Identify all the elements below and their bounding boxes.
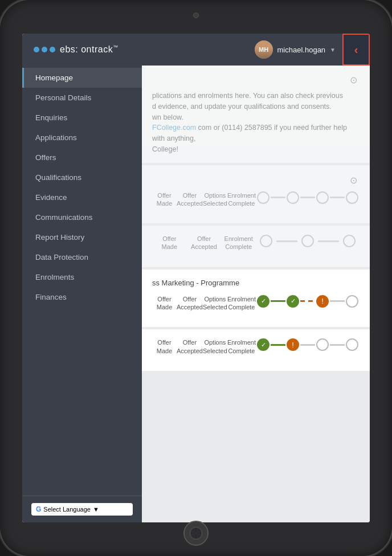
stage-label-1-3: OptionsSelected [203,191,227,208]
stage-circle-4-3 [316,338,329,351]
stage-circle-4-2: ! [287,338,299,351]
connector-1-3 [330,197,345,198]
sidebar-item-homepage[interactable]: Homepage [22,68,142,88]
progress-section-1: ⊙ OfferMade OfferAccepted OptionsSelecte… [142,165,370,224]
sidebar-item-enrolments-label: Enrolments [35,273,74,281]
sidebar-item-applications[interactable]: Applications [22,128,142,148]
user-menu-chevron[interactable]: ▼ [330,47,336,53]
sidebar-item-evidence[interactable]: Evidence [22,187,142,207]
progress-circles-4: ✓ ! [256,338,360,351]
stage-label-1-2: OfferAccepted [177,191,203,208]
connector-3-1 [271,300,285,302]
sidebar-nav: Homepage Personal Details Enquiries Appl… [22,66,142,307]
progress-stages-2: OfferMade OfferAccepted EnrolmentComplet… [152,235,360,256]
sidebar-item-finances-label: Finances [35,293,67,301]
sidebar-item-homepage-label: Homepage [35,73,73,82]
google-translate-widget[interactable]: G Select Language ▼ [31,503,133,516]
stage-circle-3-3: ! [316,295,329,308]
stage-circle-3-4 [346,295,358,308]
stage-label-4-3: OptionsSelected [203,338,227,355]
progress-circles-3: ✓ ✓ ! [256,295,360,308]
user-info[interactable]: MH michael.hogan ▼ [248,40,342,59]
connector-2-1 [276,240,297,242]
username-label: michael.hogan [277,46,326,54]
stage-circle-3-1: ✓ [257,295,270,308]
welcome-line5: College! [152,145,178,153]
app-logo-text: ebs: ontrack™ [60,44,119,55]
welcome-link[interactable]: FCollege.com [152,124,196,132]
translate-label: Select Language [43,506,91,513]
stage-circle-1-2 [287,191,299,204]
main-content[interactable]: ⊙ plications and enrolments here. You ca… [142,66,370,522]
tablet-camera [193,13,199,18]
google-g-icon: G [36,505,41,513]
sidebar-item-applications-label: Applications [35,133,77,142]
stage-label-1-1: OfferMade [152,191,177,208]
sidebar-item-report-history[interactable]: Report History [22,227,142,247]
sidebar-item-data-protection[interactable]: Data Protection [22,247,142,267]
translate-chevron: ▼ [93,506,99,513]
stage-label-2-2: OfferAccepted [187,235,222,251]
stage-label-3-1: OfferMade [152,295,177,312]
connector-1-1 [271,197,285,198]
tablet-home-inner [190,527,202,539]
stage-label-4-1: OfferMade [152,338,177,355]
stage-label-3-3: OptionsSelected [203,295,227,312]
welcome-line3: wn below. [152,113,183,121]
stage-label-3-4: EnrolmentComplete [227,295,256,312]
welcome-text: plications and enrolments here. You can … [152,91,360,155]
sidebar-item-offers[interactable]: Offers [22,148,142,167]
progress-section-2: OfferMade OfferAccepted EnrolmentComplet… [142,226,370,267]
sidebar-item-enquiries[interactable]: Enquiries [22,108,142,128]
stage-circle-1-1 [257,191,270,204]
welcome-line1: plications and enrolments here. You can … [152,92,343,100]
sidebar-item-enquiries-label: Enquiries [35,113,67,122]
sidebar-item-qualifications[interactable]: Qualifications [22,167,142,187]
progress-section-1-collapse[interactable]: ⊙ [347,174,360,187]
sidebar-item-enrolments[interactable]: Enrolments [22,267,142,287]
sidebar-item-offers-label: Offers [35,153,56,162]
welcome-section: ⊙ plications and enrolments here. You ca… [142,66,370,163]
avatar-image: MH [255,40,273,59]
logo-dot-1 [34,47,39,52]
sidebar-item-data-protection-label: Data Protection [35,253,88,261]
sidebar: Homepage Personal Details Enquiries Appl… [22,66,142,522]
header-logo-area: ebs: ontrack™ [22,44,119,55]
sidebar-item-finances[interactable]: Finances [22,287,142,307]
progress-stages-1: OfferMade OfferAccepted OptionsSelected … [152,191,360,212]
progress-circles-1 [256,191,360,204]
logo-dot-2 [42,47,47,52]
stage-circle-4-4 [346,338,358,351]
app-header: ebs: ontrack™ MH michael.hogan ▼ ‹ [22,34,370,66]
progress-section-1-header: ⊙ [152,174,360,187]
stage-circle-4-1: ✓ [257,338,270,351]
sidebar-item-qualifications-label: Qualifications [35,173,81,182]
stage-circle-1-3 [316,191,329,204]
stage-label-4-2: OfferAccepted [177,338,203,355]
main-area: Homepage Personal Details Enquiries Appl… [22,66,370,522]
sidebar-item-personal-details[interactable]: Personal Details [22,88,142,108]
screen: ebs: ontrack™ MH michael.hogan ▼ ‹ [22,34,370,522]
stage-label-3-2: OfferAccepted [177,295,203,312]
progress-circles-2 [256,235,360,247]
back-button[interactable]: ‹ [342,34,370,66]
tablet-frame: ebs: ontrack™ MH michael.hogan ▼ ‹ [0,0,392,556]
connector-4-4 [330,344,345,346]
logo-dots [34,47,55,52]
back-arrow-icon: ‹ [354,43,358,56]
sidebar-item-communications[interactable]: Communications [22,207,142,227]
stage-label-2-1: OfferMade [152,235,187,251]
sidebar-item-evidence-label: Evidence [35,193,67,202]
welcome-line2: d evidence, and update your qualificatio… [152,103,332,111]
progress-stages-4: OfferMade OfferAccepted OptionsSelected … [152,338,360,359]
stage-circle-2-3 [343,235,356,247]
stage-label-4-4: EnrolmentComplete [227,338,256,355]
stage-circle-2-1 [260,235,272,247]
avatar: MH [255,40,273,59]
stage-circle-2-2 [301,235,314,247]
connector-4-1 [271,344,285,346]
sidebar-footer: G Select Language ▼ [22,496,142,522]
tablet-home-button[interactable] [183,521,209,546]
welcome-collapse-btn[interactable]: ⊙ [347,73,360,86]
progress-section-4: OfferMade OfferAccepted OptionsSelected … [142,329,370,371]
